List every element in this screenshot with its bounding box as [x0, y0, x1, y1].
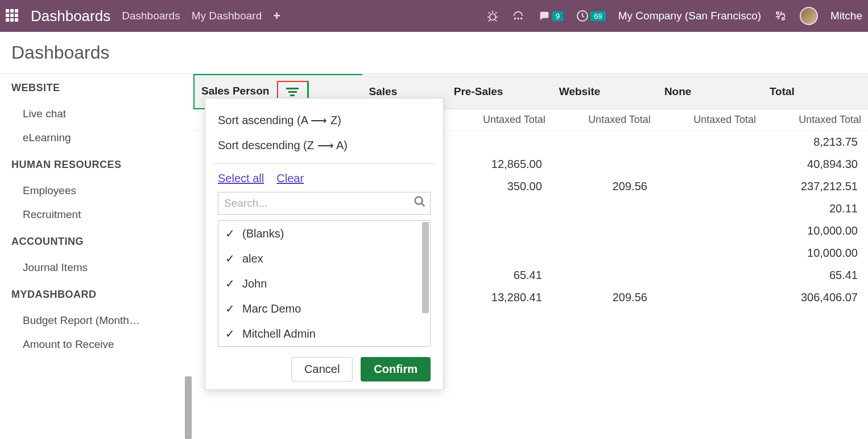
col-header-none[interactable]: None [658, 75, 763, 109]
messages-badge: 9 [552, 11, 563, 21]
filter-option[interactable]: ✓Marc Demo [218, 296, 430, 321]
table-cell [658, 220, 763, 242]
table-cell: 13,280.41 [447, 286, 552, 309]
svg-point-2 [518, 18, 519, 19]
subheader-pre-sales: Untaxed Total [447, 109, 552, 130]
bug-icon[interactable] [486, 10, 499, 22]
filter-popup: Sort ascending (A ⟶ Z) Sort descending (… [205, 98, 444, 390]
table-cell: 10,000.00 [763, 242, 868, 264]
check-icon: ✓ [225, 302, 234, 315]
content-area: Sales Person Sales Pre-Sales Website Non… [193, 74, 868, 439]
table-cell [658, 242, 763, 264]
table-cell: 306,406.07 [763, 286, 868, 309]
section-mydashboard: MYDASHBOARD [11, 289, 193, 301]
svg-point-6 [782, 18, 784, 20]
table-cell [552, 264, 658, 286]
popup-divider [213, 163, 435, 164]
sidebar-item-budget-report[interactable]: Budget Report (Month… [11, 309, 176, 333]
section-hr: HUMAN RESOURCES [11, 159, 193, 171]
table-cell [658, 175, 763, 198]
filter-option[interactable]: ✓Mitchell Admin [218, 321, 430, 346]
user-name: Mitche [830, 10, 862, 22]
section-accounting: ACCOUNTING [11, 236, 193, 248]
table-cell: 209.56 [552, 286, 658, 309]
nav-link-dashboards[interactable]: Dashboards [122, 10, 180, 22]
options-scrollbar[interactable] [422, 222, 429, 313]
messages-icon[interactable]: 9 [538, 10, 563, 22]
filter-option[interactable]: ✓(Blanks) [218, 221, 430, 246]
svg-point-3 [521, 18, 522, 19]
filter-options-list: ✓(Blanks)✓alex✓John✓Marc Demo✓Mitchell A… [218, 220, 431, 347]
table-cell: 40,894.30 [763, 153, 868, 175]
sidebar-item-live-chat[interactable]: Live chat [11, 102, 176, 126]
confirm-button[interactable]: Confirm [361, 357, 431, 381]
col-header-pre-sales[interactable]: Pre-Sales [447, 75, 552, 109]
table-cell [552, 220, 658, 242]
table-cell: 350.00 [447, 175, 552, 198]
support-icon[interactable] [511, 10, 525, 22]
settings-icon[interactable] [774, 9, 787, 23]
sort-ascending[interactable]: Sort ascending (A ⟶ Z) [213, 108, 435, 133]
sidebar-item-elearning[interactable]: eLearning [11, 126, 176, 150]
sidebar-item-employees[interactable]: Employees [11, 179, 176, 203]
table-cell: 209.56 [552, 175, 658, 198]
table-cell [447, 242, 552, 264]
col-header-label: Sales Person [201, 85, 269, 97]
nav-add-button[interactable]: + [273, 9, 280, 23]
filter-option-label: Marc Demo [242, 302, 301, 315]
table-cell [552, 242, 658, 264]
check-icon: ✓ [225, 252, 234, 265]
table-cell [447, 198, 552, 220]
table-cell: 65.41 [447, 264, 552, 286]
table-cell: 237,212.51 [763, 175, 868, 198]
table-cell [658, 130, 763, 153]
table-cell: 65.41 [763, 264, 868, 286]
table-cell: 10,000.00 [763, 220, 868, 242]
svg-point-5 [776, 12, 779, 14]
sidebar-item-recruitment[interactable]: Recruitment [11, 203, 176, 227]
select-all-link[interactable]: Select all [218, 172, 264, 184]
filter-option-label: (Blanks) [242, 227, 284, 240]
sidebar-item-amount-receive[interactable]: Amount to Receive [11, 333, 176, 356]
page-header: Dashboards [0, 32, 868, 74]
subheader-website: Untaxed Total [552, 109, 658, 130]
col-header-website[interactable]: Website [552, 75, 658, 109]
page-title: Dashboards [11, 42, 857, 63]
col-header-total[interactable]: Total [763, 75, 868, 109]
nav-link-my-dashboard[interactable]: My Dashboard [192, 10, 262, 22]
activities-icon[interactable]: 69 [576, 9, 605, 23]
subheader-none: Untaxed Total [658, 109, 763, 130]
sidebar-scrollbar[interactable] [185, 376, 192, 439]
filter-option-label: alex [242, 252, 263, 265]
clear-link[interactable]: Clear [276, 172, 304, 184]
table-cell [658, 286, 763, 309]
check-icon: ✓ [225, 327, 234, 340]
table-cell [658, 153, 763, 175]
section-website: WEBSITE [11, 82, 193, 94]
table-cell [447, 220, 552, 242]
sidebar: WEBSITE Live chat eLearning HUMAN RESOUR… [0, 74, 193, 439]
company-selector[interactable]: My Company (San Francisco) [618, 10, 761, 22]
brand-title: Dashboards [31, 7, 110, 25]
user-avatar[interactable] [800, 7, 818, 25]
filter-search-input[interactable] [218, 192, 431, 215]
sort-descending[interactable]: Sort descending (Z ⟶ A) [213, 133, 435, 158]
activities-badge: 69 [590, 11, 605, 21]
table-cell [658, 198, 763, 220]
table-cell: 20.11 [763, 198, 868, 220]
top-navbar: Dashboards Dashboards My Dashboard + 9 6… [0, 0, 868, 32]
table-cell [447, 130, 552, 153]
svg-point-1 [515, 18, 516, 19]
table-cell [552, 153, 658, 175]
sidebar-item-journal-items[interactable]: Journal Items [11, 256, 176, 280]
table-cell: 12,865.00 [447, 153, 552, 175]
cancel-button[interactable]: Cancel [291, 357, 353, 381]
filter-option[interactable]: ✓alex [218, 246, 430, 271]
table-cell [552, 130, 658, 153]
filter-option-label: John [242, 277, 267, 290]
table-cell [552, 198, 658, 220]
filter-option[interactable]: ✓John [218, 271, 430, 296]
apps-grid-icon[interactable] [6, 9, 19, 23]
svg-point-0 [490, 14, 496, 20]
svg-point-7 [415, 197, 423, 204]
